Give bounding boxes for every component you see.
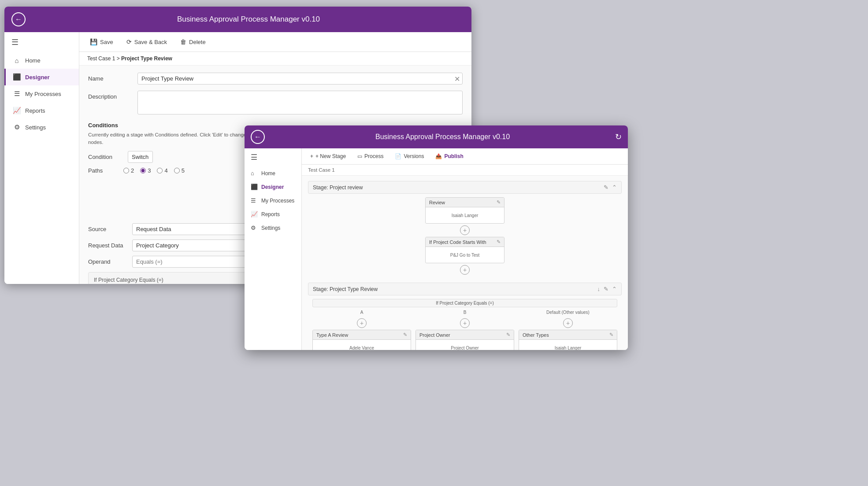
sidebar2-designer[interactable]: ⬛ Designer xyxy=(245,180,301,194)
sidebar-label-home: Home xyxy=(25,57,41,64)
sidebar-item-settings[interactable]: ⚙ Settings xyxy=(4,119,79,136)
path-3-option[interactable]: 3 xyxy=(140,167,151,174)
review-node-container: Review ✎ Isaiah Langer + If Project Code… xyxy=(312,197,617,276)
stage-ptr-move-down[interactable]: ↓ xyxy=(597,286,601,292)
path-2-radio[interactable] xyxy=(123,168,129,173)
source-label: Source xyxy=(88,226,128,232)
sidebar2-designer-icon: ⬛ xyxy=(251,184,258,190)
delete-icon: 🗑 xyxy=(180,38,186,45)
description-row: Description xyxy=(88,91,463,116)
other-types-edit-icon[interactable]: ✎ xyxy=(609,332,613,338)
delete-button[interactable]: 🗑 Delete xyxy=(178,37,208,47)
sidebar2-my-processes[interactable]: ☰ My Processes xyxy=(245,194,301,207)
sidebar2-designer-label: Designer xyxy=(261,184,284,190)
save-back-icon: ⟳ xyxy=(126,38,132,45)
designer-icon: ⬛ xyxy=(13,73,21,81)
process-button[interactable]: ▭ Process xyxy=(355,152,386,161)
versions-button[interactable]: 📄 Versions xyxy=(393,152,426,161)
win2-toolbar: + + New Stage ▭ Process 📄 Versions 📤 Pub… xyxy=(302,148,628,165)
sidebar-item-my-processes[interactable]: ☰ My Processes xyxy=(4,85,79,102)
sidebar-label-settings: Settings xyxy=(25,124,46,131)
win2-canvas[interactable]: Stage: Project review ✎ ⌃ Review xyxy=(302,176,628,350)
path-4-radio[interactable] xyxy=(157,168,163,173)
stage-ptr-edit[interactable]: ✎ xyxy=(604,286,608,292)
stage-ptr-collapse[interactable]: ⌃ xyxy=(612,286,617,292)
new-stage-button[interactable]: + + New Stage xyxy=(308,152,348,161)
publish-button[interactable]: 📤 Publish xyxy=(433,152,465,161)
sidebar2-settings[interactable]: ⚙ Settings xyxy=(245,221,301,235)
condition-label: Condition xyxy=(88,154,123,160)
path-b-label: B xyxy=(464,310,467,315)
path-4-label: 4 xyxy=(164,167,167,174)
path-3-radio[interactable] xyxy=(140,168,146,173)
review-node-edit-icon[interactable]: ✎ xyxy=(497,199,501,205)
save-icon: 💾 xyxy=(90,38,97,45)
sidebar2-home-label: Home xyxy=(261,170,275,177)
sidebar-item-home[interactable]: ⌂ Home xyxy=(4,52,79,69)
reports-icon: 📈 xyxy=(13,107,21,114)
versions-icon: 📄 xyxy=(395,153,401,159)
path-2-option[interactable]: 2 xyxy=(123,167,134,174)
project-owner-header: Project Owner ✎ xyxy=(416,330,514,340)
win2-main-content: + + New Stage ▭ Process 📄 Versions 📤 Pub… xyxy=(302,148,628,350)
back-button-2[interactable]: ← xyxy=(251,130,265,144)
project-owner-title: Project Owner xyxy=(419,332,450,338)
path-5-radio[interactable] xyxy=(174,168,180,173)
stage-project-type-review: Stage: Project Type Review ↓ ✎ ⌃ If Proj… xyxy=(308,283,622,350)
review-plus-button[interactable]: + xyxy=(460,225,470,235)
condition-select[interactable]: Switch xyxy=(128,151,153,163)
delete-label: Delete xyxy=(189,39,206,45)
sidebar2-toggle[interactable]: ☰ xyxy=(245,148,301,166)
type-a-review-edit-icon[interactable]: ✎ xyxy=(403,332,407,338)
condition-node-card: If Project Code Starts With ✎ P&J Go to … xyxy=(425,237,504,263)
new-stage-label: + New Stage xyxy=(315,153,346,159)
titlebar-2: ← Business Approval Process Manager v0.1… xyxy=(245,125,628,148)
win2-breadcrumb: Test Case 1 xyxy=(302,165,628,176)
path-5-option[interactable]: 5 xyxy=(174,167,185,174)
name-clear-button[interactable]: ✕ xyxy=(454,74,460,83)
condition-node-body: P&J Go to Test xyxy=(426,247,504,263)
publish-label: Publish xyxy=(444,153,463,159)
review-node-title: Review xyxy=(429,200,445,205)
path-b-plus-button[interactable]: + xyxy=(460,318,470,328)
settings-icon: ⚙ xyxy=(13,123,21,131)
name-input[interactable] xyxy=(137,73,463,85)
path-default-plus-button[interactable]: + xyxy=(563,318,573,328)
project-owner-edit-icon[interactable]: ✎ xyxy=(506,332,510,338)
type-a-review-body: Adele Vance xyxy=(313,340,411,350)
stage-project-review-actions: ✎ ⌃ xyxy=(604,184,617,191)
stage-ptr-actions: ↓ ✎ ⌃ xyxy=(597,286,617,292)
sidebar-2: ☰ ⌂ Home ⬛ Designer ☰ My Processes 📈 Rep… xyxy=(245,148,302,350)
other-types-header: Other Types ✎ xyxy=(519,330,617,340)
name-label: Name xyxy=(88,73,132,82)
stage-project-review-collapse[interactable]: ⌃ xyxy=(612,184,617,191)
refresh-button[interactable]: ↻ xyxy=(615,132,622,142)
sidebar-item-designer[interactable]: ⬛ Designer xyxy=(4,69,79,85)
paths-label: Paths xyxy=(88,167,123,174)
review-node-body: Isaiah Langer xyxy=(426,207,504,223)
save-label: Save xyxy=(100,39,113,45)
path-a-plus-button[interactable]: + xyxy=(357,318,367,328)
project-owner-body: Project Owner xyxy=(416,340,514,350)
new-stage-icon: + xyxy=(310,153,313,159)
path-4-option[interactable]: 4 xyxy=(157,167,167,174)
sidebar2-home[interactable]: ⌂ Home xyxy=(245,166,301,180)
request-data-label: Request Data xyxy=(88,242,128,249)
path-a-label: A xyxy=(360,310,364,315)
condition-plus-button[interactable]: + xyxy=(460,265,470,275)
title-2: Business Approval Process Manager v0.10 xyxy=(270,133,615,141)
process-label: Process xyxy=(364,153,383,159)
path-3-label: 3 xyxy=(148,167,151,174)
save-button[interactable]: 💾 Save xyxy=(87,37,116,47)
description-input[interactable] xyxy=(137,91,463,114)
save-back-button[interactable]: ⟳ Save & Back xyxy=(124,37,170,47)
sidebar-item-reports[interactable]: 📈 Reports xyxy=(4,102,79,119)
sidebar-toggle-1[interactable]: ☰ xyxy=(4,32,79,52)
sidebar2-reports[interactable]: 📈 Reports xyxy=(245,207,301,221)
stage-project-review-edit[interactable]: ✎ xyxy=(604,184,608,191)
review-node-card: Review ✎ Isaiah Langer xyxy=(425,197,504,224)
condition-node-edit-icon[interactable]: ✎ xyxy=(497,239,501,245)
sidebar2-reports-label: Reports xyxy=(261,211,280,217)
back-button-1[interactable]: ← xyxy=(11,12,26,26)
path-default-label: Default (Other values) xyxy=(546,310,590,315)
